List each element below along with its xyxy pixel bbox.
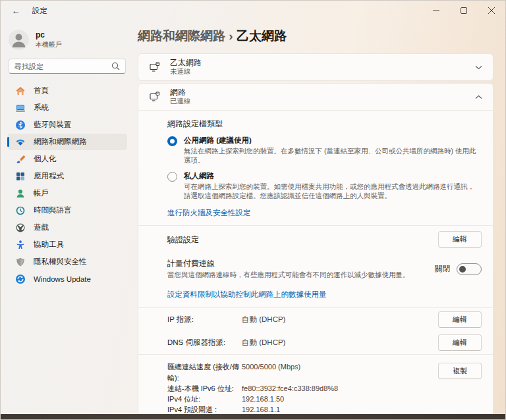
data-limit-link[interactable]: 設定資料限制以協助控制此網路上的數據使用量	[167, 290, 327, 300]
sidebar-item-privacy[interactable]: 隱私權與安全性	[7, 253, 127, 270]
metered-state-label: 關閉	[435, 264, 450, 274]
xbox-icon	[15, 223, 26, 233]
sync-arrows-icon	[15, 274, 26, 284]
authentication-edit-button[interactable]: 編輯	[438, 231, 482, 248]
ip-edit-button[interactable]: 編輯	[438, 311, 482, 328]
properties-table: 匯總連結速度 (接收/傳輸): 5000/5000 (Mbps) 連結-本機 I…	[167, 361, 438, 420]
sidebar-item-home[interactable]: 首頁	[7, 82, 127, 99]
sidebar-item-bluetooth[interactable]: 藍牙與裝置	[7, 117, 127, 133]
clock-icon	[15, 205, 26, 216]
radio-selected-icon[interactable]	[167, 136, 177, 146]
paintbrush-icon	[15, 154, 26, 165]
network-card-title: 網路	[170, 88, 191, 97]
search-input[interactable]	[14, 63, 111, 70]
sidebar-item-label: 隱私權與安全性	[34, 257, 87, 267]
private-network-option[interactable]: 私人網路 可在網路上探索到您的裝置。如需使用檔案共用功能，或您的應用程式會透過此…	[167, 171, 480, 201]
property-label: 匯總連結速度 (接收/傳輸):	[167, 361, 242, 382]
accessibility-icon	[15, 240, 26, 250]
metered-connection-row: 計量付費連線 當您與這個網路連線時，有些應用程式可能會有不同的運作以減少數據使用…	[138, 253, 493, 285]
breadcrumb-parent[interactable]: 網路和網際網路	[138, 29, 225, 43]
sidebar: pc 本機帳戶 首頁	[1, 20, 132, 414]
public-network-option[interactable]: 公用網路 (建議使用) 無法在網路上探索到您的裝置。在多數情況下 (當連結至家用…	[167, 136, 480, 165]
property-label: 連結-本機 IPv6 位址:	[167, 383, 242, 394]
network-card-status: 已連線	[170, 97, 191, 106]
sidebar-item-accounts[interactable]: 帳戶	[7, 185, 127, 201]
ethernet-icon	[149, 61, 161, 73]
titlebar: ← 設定	[1, 1, 505, 20]
sidebar-item-label: 藍牙與裝置	[34, 120, 72, 130]
network-card: 網路 已連線 網路設定檔類型 公用網路 (建議使用) 無法	[138, 83, 493, 420]
home-icon	[15, 86, 26, 96]
firewall-settings-link[interactable]: 進行防火牆及安全性設定	[167, 208, 251, 218]
sidebar-item-network[interactable]: 網路和網際網路	[7, 134, 127, 150]
breadcrumb-separator: ›	[229, 29, 233, 43]
user-account-type: 本機帳戶	[36, 40, 62, 49]
private-network-label: 私人網路	[184, 171, 480, 181]
sidebar-item-system[interactable]: 系統	[7, 99, 127, 116]
chevron-up-icon[interactable]	[475, 95, 482, 99]
ethernet-card-title: 乙太網路	[170, 58, 202, 67]
ethernet-icon	[149, 91, 161, 103]
sidebar-item-label: 網路和網際網路	[34, 137, 87, 147]
sidebar-item-time-language[interactable]: 時間與語言	[7, 202, 127, 219]
screen-edge-strip	[1, 414, 505, 419]
private-network-desc: 可在網路上探索到您的裝置。如需使用檔案共用功能，或您的應用程式會透過此網路進行通…	[184, 182, 480, 201]
toggle-knob	[459, 266, 466, 273]
minimize-icon	[433, 7, 439, 14]
property-row: IPv4 位址: 192.168.1.50	[167, 394, 438, 404]
radio-unselected-icon[interactable]	[167, 172, 177, 182]
avatar	[9, 30, 29, 50]
sidebar-item-accessibility[interactable]: 協助工具	[7, 236, 127, 253]
network-profile-section: 網路設定檔類型 公用網路 (建議使用) 無法在網路上探索到您的裝置。在多數情況下…	[138, 111, 493, 225]
property-value: 192.168.1.50	[242, 394, 284, 404]
dns-assignment-value: 自動 (DHCP)	[242, 338, 438, 348]
dns-edit-button[interactable]: 編輯	[438, 334, 482, 351]
main-content: 網路和網際網路 › 乙太網路 乙太網路 未連線	[132, 20, 505, 414]
sidebar-item-label: 帳戶	[34, 188, 49, 198]
sidebar-item-apps[interactable]: 應用程式	[7, 168, 127, 184]
person-icon	[9, 30, 29, 50]
close-button[interactable]	[478, 1, 505, 20]
sidebar-item-windows-update[interactable]: Windows Update	[7, 271, 127, 287]
authentication-label: 驗證設定	[167, 235, 199, 244]
sidebar-item-gaming[interactable]: 遊戲	[7, 219, 127, 236]
settings-window: ← 設定 pc	[0, 0, 506, 420]
data-limit-row: 設定資料限制以協助控制此網路上的數據使用量	[138, 285, 493, 307]
apps-icon	[15, 171, 26, 182]
shield-icon	[15, 257, 26, 267]
accounts-icon	[15, 188, 26, 199]
minimize-button[interactable]	[422, 1, 450, 20]
sidebar-item-personalization[interactable]: 個人化	[7, 151, 127, 167]
back-button[interactable]: ←	[6, 3, 26, 18]
dns-assignment-row: DNS 伺服器指派: 自動 (DHCP) 編輯	[138, 331, 493, 354]
ip-assignment-value: 自動 (DHCP)	[242, 315, 438, 325]
ethernet-adapter-header[interactable]: 乙太網路 未連線	[138, 54, 493, 80]
user-account[interactable]: pc 本機帳戶	[9, 30, 127, 50]
metered-toggle[interactable]	[457, 263, 482, 275]
sidebar-item-label: 時間與語言	[34, 205, 72, 215]
chevron-down-icon[interactable]	[475, 65, 482, 70]
breadcrumb-current: 乙太網路	[237, 29, 287, 43]
sidebar-nav: 首頁 系統 藍牙與裝置	[7, 82, 127, 287]
metered-label: 計量付費連線	[167, 258, 435, 269]
property-row: 連結-本機 IPv6 位址: fe80::3932:fce4:c338:89d8…	[167, 383, 438, 394]
ethernet-adapter-card: 乙太網路 未連線	[138, 53, 493, 81]
adapter-properties: 匯總連結速度 (接收/傳輸): 5000/5000 (Mbps) 連結-本機 I…	[138, 355, 493, 420]
network-card-header[interactable]: 網路 已連線	[138, 84, 493, 110]
metered-desc: 當您與這個網路連線時，有些應用程式可能會有不同的運作以減少數據使用量。	[167, 271, 435, 280]
search-box[interactable]	[9, 59, 126, 74]
sidebar-item-label: 個人化	[34, 154, 57, 164]
sidebar-item-label: 首頁	[34, 86, 49, 95]
system-icon	[15, 103, 26, 113]
authentication-row: 驗證設定 編輯	[138, 226, 493, 253]
breadcrumb: 網路和網際網路 › 乙太網路	[138, 28, 493, 45]
property-value: fe80::3932:fce4:c338:89d8%8	[242, 383, 338, 394]
public-network-desc: 無法在網路上探索到您的裝置。在多數情況下 (當連結至家用、公司或公共場所的網路時…	[184, 147, 480, 165]
close-icon	[488, 7, 495, 14]
user-name: pc	[36, 30, 62, 40]
ip-assignment-row: IP 指派: 自動 (DHCP) 編輯	[138, 308, 493, 331]
network-wifi-icon	[15, 137, 26, 147]
bluetooth-icon	[15, 120, 26, 130]
copy-button[interactable]: 複製	[438, 363, 482, 379]
maximize-button[interactable]	[450, 1, 478, 20]
